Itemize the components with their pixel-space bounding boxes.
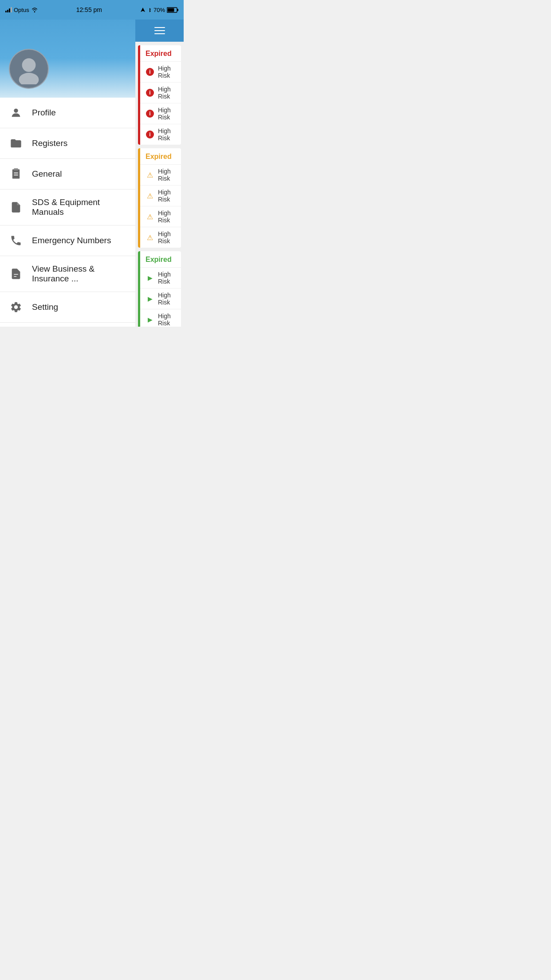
expired-card-red: Expired i High Risk i High Risk i High R… [138,45,181,145]
risk-label-red-2: High Risk [158,86,176,100]
svg-rect-2 [168,8,174,12]
document-icon [9,200,23,214]
risk-item-orange-4[interactable]: ⚠ High Risk [140,227,181,248]
wifi-icon [31,7,38,12]
play-green-icon-2: ▶ [146,294,154,303]
svg-point-3 [22,58,36,72]
risk-label-green-2: High Risk [158,292,176,306]
sidebar-item-setting[interactable]: Setting [0,292,135,323]
general-label: General [32,169,62,179]
sidebar-item-emergency[interactable]: Emergency Numbers [0,225,135,256]
hamburger-menu-button[interactable] [154,27,165,34]
green-card-title: Expired [140,251,181,267]
emergency-label: Emergency Numbers [32,236,111,245]
orange-card-title: Expired [140,148,181,164]
svg-rect-7 [14,168,18,170]
risk-item-orange-2[interactable]: ⚠ High Risk [140,185,181,206]
setting-label: Setting [32,302,58,312]
risk-label-green-3: High Risk [158,312,176,327]
warning-orange-icon-2: ⚠ [146,191,154,200]
sidebar-item-general[interactable]: General [0,159,135,190]
person-icon [9,106,23,120]
gear-icon [9,300,23,314]
signal-bars-icon [5,7,12,12]
risk-label-red-3: High Risk [158,107,176,121]
hamburger-line-2 [154,30,165,31]
svg-point-5 [14,109,18,113]
sidebar: Profile Registers General SDS & Equipmen… [0,0,135,327]
warning-orange-icon-4: ⚠ [146,233,154,242]
play-green-icon-1: ▶ [146,273,154,282]
risk-label-green-1: High Risk [158,271,176,285]
info-red-icon-4: i [146,130,154,139]
risk-item-red-1[interactable]: i High Risk [140,61,181,82]
info-red-icon-2: i [146,88,154,97]
risk-label-orange-4: High Risk [158,230,176,245]
svg-rect-1 [177,9,179,11]
status-right: 70% [140,7,178,13]
red-card-title: Expired [140,45,181,61]
folder-icon [9,136,23,150]
battery-icon [167,7,178,13]
sidebar-item-registers[interactable]: Registers [0,128,135,159]
battery-percent: 70% [153,7,165,13]
svg-point-4 [19,73,39,84]
expired-card-orange: Expired ⚠ High Risk ⚠ High Risk ⚠ High R… [138,148,181,248]
risk-item-green-3[interactable]: ▶ High Risk [140,309,181,327]
business-label: View Business & Insurance ... [32,264,126,284]
hamburger-line-1 [154,27,165,28]
time-label: 12:55 pm [76,6,102,13]
status-left: Optus [5,7,38,13]
sidebar-item-profile[interactable]: Profile [0,98,135,128]
risk-item-red-4[interactable]: i High Risk [140,124,181,145]
info-red-icon-3: i [146,109,154,118]
warning-orange-icon-1: ⚠ [146,170,154,179]
sidebar-item-about[interactable]: i About [0,323,135,327]
right-header [135,20,184,42]
play-green-icon-3: ▶ [146,315,154,324]
risk-item-green-2[interactable]: ▶ High Risk [140,288,181,309]
avatar-icon [13,53,44,84]
risk-label-orange-2: High Risk [158,189,176,203]
risk-item-orange-1[interactable]: ⚠ High Risk [140,164,181,185]
profile-label: Profile [32,108,56,118]
right-panel: Expired i High Risk i High Risk i High R… [135,20,184,327]
avatar [9,49,49,89]
clipboard-icon [9,167,23,181]
status-bar: Optus 12:55 pm 70% [0,0,184,20]
risk-label-red-1: High Risk [158,65,176,79]
page-icon [9,267,23,281]
registers-label: Registers [32,138,67,148]
risk-item-red-2[interactable]: i High Risk [140,82,181,103]
bluetooth-icon [147,7,152,13]
phone-icon [9,233,23,248]
risk-item-red-3[interactable]: i High Risk [140,103,181,124]
risk-label-red-4: High Risk [158,127,176,142]
sidebar-menu: Profile Registers General SDS & Equipmen… [0,98,135,327]
risk-item-green-1[interactable]: ▶ High Risk [140,267,181,288]
risk-label-orange-3: High Risk [158,209,176,224]
carrier-label: Optus [14,7,29,13]
risk-item-orange-3[interactable]: ⚠ High Risk [140,206,181,227]
risk-label-orange-1: High Risk [158,168,176,182]
svg-rect-6 [12,170,20,179]
hamburger-line-3 [154,33,165,34]
sds-label: SDS & Equipment Manuals [32,198,126,217]
sidebar-item-business[interactable]: View Business & Insurance ... [0,256,135,292]
location-icon [140,7,146,12]
sidebar-item-sds[interactable]: SDS & Equipment Manuals [0,190,135,225]
info-red-icon-1: i [146,67,154,76]
warning-orange-icon-3: ⚠ [146,212,154,221]
expired-card-green: Expired ▶ High Risk ▶ High Risk ▶ High R… [138,251,181,327]
